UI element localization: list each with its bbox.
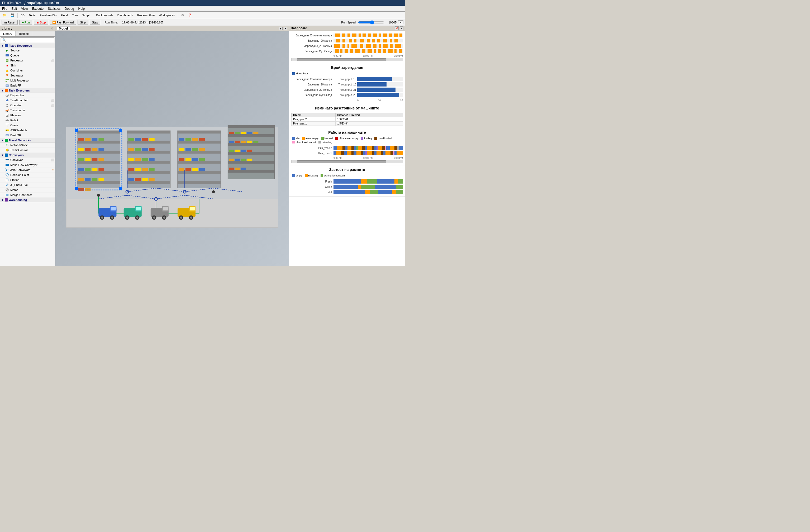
- library-search-input[interactable]: [1, 37, 54, 42]
- toolbar-backgrounds[interactable]: Backgrounds: [95, 13, 115, 18]
- lib-item-operator[interactable]: Operator ⬜: [0, 103, 55, 108]
- lib-item-source[interactable]: ▶ Source: [0, 48, 55, 53]
- category-conveyors[interactable]: ▼ Conveyors: [0, 153, 55, 157]
- lib-item-separator[interactable]: Separator: [0, 73, 55, 78]
- lib-item-basicte[interactable]: BasicTE: [0, 133, 55, 138]
- menu-debug[interactable]: Debug: [63, 6, 76, 11]
- bar-fill-3: [357, 87, 395, 92]
- category-travel-networks[interactable]: ▼ Travel Networks: [0, 138, 55, 143]
- lib-item-dispatcher[interactable]: Dispatcher: [0, 93, 55, 98]
- run-speed-dropdown[interactable]: ▼: [398, 20, 403, 24]
- toolbar-processflow[interactable]: Process Flow: [135, 13, 156, 18]
- menu-view[interactable]: View: [19, 6, 30, 11]
- bar-row-4: Зареждане Сух Склад Throughput: 23: [291, 93, 403, 97]
- lib-item-elevator[interactable]: Elevator: [0, 113, 55, 118]
- toolbar-workspaces[interactable]: Workspaces: [157, 13, 176, 18]
- lib-item-networknode[interactable]: NetworkNode: [0, 143, 55, 148]
- rack-group-mid: [127, 131, 170, 188]
- lib-item-massflow[interactable]: Mass Flow Conveyor: [0, 163, 55, 167]
- category-task-executers[interactable]: ▼ Task Executers: [0, 88, 55, 93]
- menu-execute[interactable]: Execute: [30, 6, 46, 11]
- svg-rect-98: [142, 158, 148, 161]
- distance-col-object: Object: [292, 113, 336, 117]
- lib-item-transporter[interactable]: Transporter: [0, 108, 55, 113]
- lib-item-processor[interactable]: Processor ⬜: [0, 58, 55, 63]
- toolbar-tools[interactable]: Tools: [27, 13, 37, 18]
- lib-item-queue[interactable]: Queue: [0, 53, 55, 58]
- section-ramp: Заетост на рампите empty releasing waiti…: [289, 165, 405, 197]
- dashboard-close-btn[interactable]: ✕: [400, 27, 403, 30]
- lib-item-asrsvehicle[interactable]: ASRSvehicle: [0, 128, 55, 133]
- lib-item-conveyor[interactable]: Conveyor ⬜: [0, 157, 55, 163]
- stop-icon: ⏹: [36, 21, 39, 24]
- lib-item-joinconveyors[interactable]: Join Conveyors ✏: [0, 167, 55, 172]
- fast-forward-button[interactable]: ⏩ Fast Forward: [50, 20, 76, 25]
- library-panel-close[interactable]: ✕: [50, 27, 53, 31]
- machine-scrollthumb[interactable]: [297, 160, 386, 163]
- trafficcontrol-icon: TC: [5, 148, 9, 152]
- svg-rect-55: [77, 151, 120, 154]
- lib-item-sink[interactable]: ■ Sink: [0, 63, 55, 68]
- bar-row-3: Зареждане_20 Голяма Throughput: 21: [291, 87, 403, 92]
- toolbar-dashboards[interactable]: Dashboards: [116, 13, 134, 18]
- model-minimize-btn[interactable]: ▼: [279, 27, 282, 30]
- save-button[interactable]: 💾: [9, 13, 16, 18]
- distance-obj-1: Рич_трак 2: [292, 117, 336, 121]
- dashboard-title: Dashboard: [291, 27, 307, 30]
- lib-item-taskexecuter[interactable]: TaskExecuter ⬜: [0, 98, 55, 103]
- category-fixed-resources[interactable]: ▼ Fixed Resources: [0, 43, 55, 48]
- lib-item-decisionpoint[interactable]: Decision Point: [0, 172, 55, 178]
- distance-val-1: 15062.41: [336, 117, 403, 121]
- lib-item-crane[interactable]: Crane: [0, 123, 55, 128]
- menu-help[interactable]: Help: [76, 6, 87, 11]
- toolbar-3d[interactable]: 3D: [19, 13, 26, 18]
- basicte-icon: [5, 133, 9, 137]
- run-speed-slider[interactable]: [358, 20, 385, 24]
- open-button[interactable]: 📁: [1, 13, 8, 18]
- gantt-label-2: Зарeздне_20 малка: [291, 39, 334, 42]
- lib-item-trafficcontrol[interactable]: TC TrafficControl: [0, 148, 55, 153]
- menu-statistics[interactable]: Statistics: [46, 6, 63, 11]
- toolbar-help-btn[interactable]: ❓: [187, 13, 193, 18]
- gantt-scrollthumb-1[interactable]: [297, 58, 386, 61]
- step-button[interactable]: Step: [90, 20, 100, 25]
- svg-rect-151: [247, 150, 252, 152]
- svg-rect-138: [229, 132, 234, 134]
- toolbar-script[interactable]: Script: [80, 13, 91, 18]
- ramp-title: Заетост на рампите: [291, 166, 403, 173]
- lib-item-robot[interactable]: Robot: [0, 118, 55, 123]
- skip-button[interactable]: Skip: [78, 20, 88, 25]
- run-button[interactable]: ▶ Run: [19, 20, 32, 25]
- toolbar-flowitem[interactable]: FlowItem Bin: [38, 13, 58, 18]
- svg-rect-125: [192, 158, 198, 161]
- lib-item-photoeye[interactable]: 3 [ Photo Eye: [0, 183, 55, 187]
- svg-rect-139: [235, 132, 240, 134]
- model-canvas[interactable]: [55, 31, 289, 266]
- model-close-btn[interactable]: ✕: [284, 27, 287, 30]
- menu-file[interactable]: File: [0, 6, 9, 11]
- dashboard-pin-btn[interactable]: 📌: [395, 27, 399, 30]
- stop-button[interactable]: ⏹ Stop: [34, 20, 48, 25]
- svg-rect-0: [5, 54, 9, 56]
- lib-item-motor[interactable]: Motor: [0, 187, 55, 193]
- toolbar-excel[interactable]: Excel: [59, 13, 69, 18]
- tab-library[interactable]: Library: [0, 31, 16, 36]
- lib-item-mergecontroller[interactable]: Merge Controller: [0, 193, 55, 198]
- ramp-legend: empty releasing waiting for transport: [291, 173, 403, 178]
- lib-item-combiner[interactable]: Combiner: [0, 68, 55, 73]
- sink-label: Sink: [10, 64, 16, 67]
- gantt-time-3: 3:00 PM: [394, 55, 403, 57]
- menu-edit[interactable]: Edit: [9, 6, 19, 11]
- toolbar-tree[interactable]: Tree: [70, 13, 79, 18]
- category-warehousing[interactable]: ▼ Warehousing: [0, 198, 55, 202]
- tab-toolbox[interactable]: Toolbox: [16, 31, 32, 36]
- toolbar-settings[interactable]: ⚙: [180, 13, 185, 18]
- conveyor-icon: [5, 158, 9, 162]
- lib-item-station[interactable]: Station: [0, 178, 55, 183]
- lib-item-basicfr[interactable]: BasicFR: [0, 83, 55, 88]
- reset-button[interactable]: ⏮ Reset: [2, 20, 18, 25]
- lib-item-multiprocessor[interactable]: MultiProcessor: [0, 78, 55, 83]
- gantt-scrollbar-1[interactable]: [291, 58, 403, 61]
- svg-rect-85: [127, 161, 170, 164]
- machine-scrollbar[interactable]: [291, 160, 403, 163]
